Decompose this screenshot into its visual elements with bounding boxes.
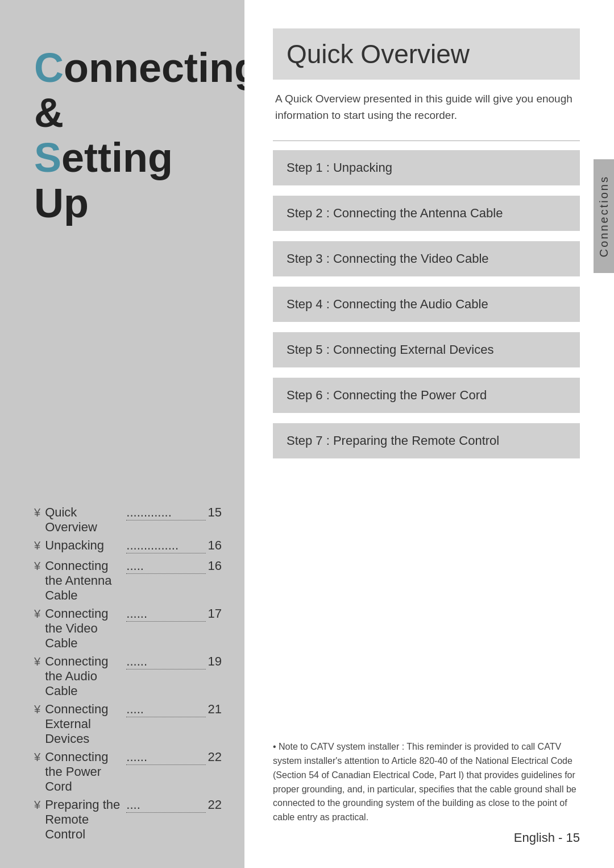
toc-dots-6: ..... <box>126 702 205 717</box>
main-title: Connecting & Setting Up <box>34 46 222 226</box>
main-title-area: Connecting & Setting Up <box>34 34 222 226</box>
page-number: English - 15 <box>273 830 580 845</box>
toc-num-8: 22 <box>208 797 222 812</box>
toc-dots-8: .... <box>126 797 205 813</box>
toc-item-7: ¥ Connecting the Power Cord ...... 22 <box>34 750 222 794</box>
toc-bullet-2: ¥ <box>34 539 40 552</box>
note-text: • Note to CATV system installer : This r… <box>273 740 580 825</box>
toc-bullet-3: ¥ <box>34 560 40 573</box>
toc-dots-1: ............. <box>126 505 205 520</box>
bottom-section: • Note to CATV system installer : This r… <box>273 740 580 825</box>
toc-bullet-1: ¥ <box>34 506 40 519</box>
toc-text-2: Unpacking <box>45 538 124 553</box>
letter-s: S <box>34 135 61 180</box>
toc-text-4: Connecting the Video Cable <box>45 606 124 651</box>
letter-c: C <box>34 45 64 90</box>
overview-desc: A Quick Overview presented in this guide… <box>273 91 580 123</box>
page-container: Connecting & Setting Up ¥ Quick Overview… <box>0 0 614 868</box>
toc-item-8: ¥ Preparing the Remote Control .... 22 <box>34 797 222 842</box>
toc-text-7: Connecting the Power Cord <box>45 750 124 794</box>
step-3: Step 3 : Connecting the Video Cable <box>273 241 580 276</box>
toc-bullet-5: ¥ <box>34 655 40 668</box>
toc-dots-2: ............... <box>126 538 205 553</box>
toc-item-4: ¥ Connecting the Video Cable ...... 17 <box>34 606 222 651</box>
step-6: Step 6 : Connecting the Power Cord <box>273 378 580 413</box>
toc-text-3: Connecting the Antenna Cable <box>45 559 124 603</box>
toc-text-5: Connecting the Audio Cable <box>45 654 124 698</box>
right-panel: Connections Quick Overview A Quick Overv… <box>244 0 614 868</box>
toc-dots-4: ...... <box>126 606 205 622</box>
toc-bullet-7: ¥ <box>34 751 40 764</box>
step-2: Step 2 : Connecting the Antenna Cable <box>273 196 580 231</box>
title-line1: Connecting & <box>34 46 222 135</box>
step-4: Step 4 : Connecting the Audio Cable <box>273 287 580 322</box>
toc-num-6: 21 <box>208 702 222 717</box>
side-tab-text: Connections <box>598 175 611 257</box>
toc-bullet-8: ¥ <box>34 799 40 812</box>
step-5: Step 5 : Connecting External Devices <box>273 332 580 367</box>
step-1: Step 1 : Unpacking <box>273 150 580 185</box>
step-7: Step 7 : Preparing the Remote Control <box>273 423 580 458</box>
toc-dots-7: ...... <box>126 750 205 765</box>
toc-text-6: Connecting External Devices <box>45 702 124 746</box>
toc-bullet-6: ¥ <box>34 703 40 716</box>
toc-num-5: 19 <box>208 654 222 669</box>
left-panel: Connecting & Setting Up ¥ Quick Overview… <box>0 0 244 868</box>
toc-text-1: Quick Overview <box>45 505 124 535</box>
separator <box>273 140 580 141</box>
toc-num-7: 22 <box>208 750 222 764</box>
side-tab: Connections <box>594 159 614 273</box>
title-line2: Setting Up <box>34 135 222 225</box>
toc-num-2: 16 <box>208 538 222 553</box>
toc-text-8: Preparing the Remote Control <box>45 797 124 842</box>
toc-num-1: 15 <box>208 505 222 520</box>
toc-section: ¥ Quick Overview ............. 15 ¥ Unpa… <box>34 505 222 845</box>
toc-num-4: 17 <box>208 606 222 621</box>
toc-item-2: ¥ Unpacking ............... 16 <box>34 538 222 555</box>
toc-item-5: ¥ Connecting the Audio Cable ...... 19 <box>34 654 222 698</box>
toc-bullet-4: ¥ <box>34 607 40 621</box>
quick-overview-title: Quick Overview <box>273 28 580 80</box>
toc-num-3: 16 <box>208 559 222 573</box>
toc-dots-5: ...... <box>126 654 205 669</box>
toc-dots-3: ..... <box>126 559 205 574</box>
toc-item-3: ¥ Connecting the Antenna Cable ..... 16 <box>34 559 222 603</box>
toc-item-1: ¥ Quick Overview ............. 15 <box>34 505 222 535</box>
toc-item-6: ¥ Connecting External Devices ..... 21 <box>34 702 222 746</box>
